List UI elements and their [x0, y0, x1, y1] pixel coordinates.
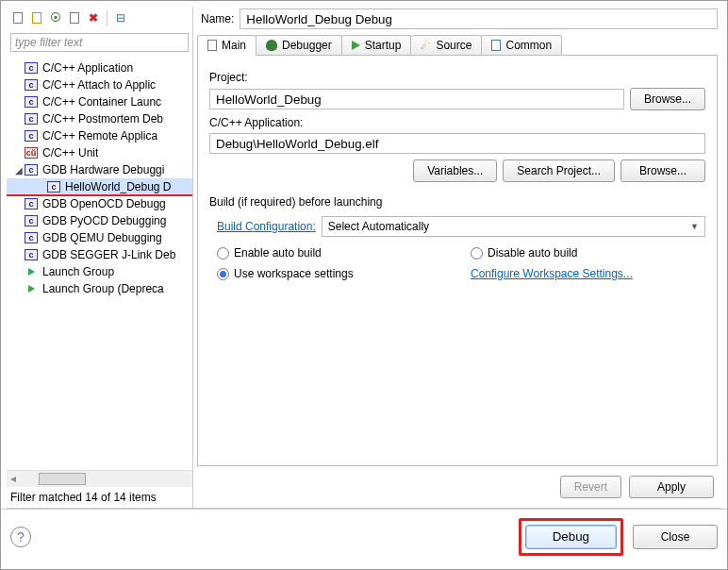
tree-item-selected[interactable]: cHelloWorld_Debug D [7, 178, 192, 195]
debug-button[interactable]: Debug [525, 525, 617, 549]
project-input[interactable] [209, 89, 624, 109]
project-label: Project: [209, 71, 705, 84]
tree-item[interactable]: cC/C++ Postmortem Deb [7, 110, 192, 127]
left-panel: ⦿ ✖ ⊟ type filter text cC/C++ Applicatio… [7, 7, 193, 509]
chevron-down-icon: ▼ [690, 222, 699, 231]
tree-item[interactable]: cGDB PyOCD Debugging [7, 212, 192, 229]
new-config-icon[interactable] [10, 10, 25, 25]
configure-workspace-link[interactable]: Configure Workspace Settings... [471, 267, 633, 280]
tab-source[interactable]: ☄Source [410, 35, 482, 55]
filter-status: Filter matched 14 of 14 items [7, 486, 192, 508]
tree-item[interactable]: cC/C++ Remote Applica [7, 127, 192, 144]
revert-button[interactable]: Revert [560, 476, 621, 498]
build-section-title: Build (if required) before launching [209, 195, 705, 209]
browse-project-button[interactable]: Browse... [630, 88, 705, 110]
tree-item[interactable]: Launch Group (Depreca [7, 280, 192, 297]
tree-item[interactable]: ◢cGDB Hardware Debuggi [7, 161, 192, 178]
variables-button[interactable]: Variables... [413, 159, 497, 182]
source-icon: ☄ [421, 39, 431, 52]
config-tree[interactable]: cC/C++ Application cC/C++ Attach to Appl… [7, 56, 192, 470]
export-icon[interactable]: ⦿ [48, 10, 63, 25]
tree-toolbar: ⦿ ✖ ⊟ [7, 7, 192, 29]
play-icon [352, 41, 360, 50]
collapse-icon[interactable]: ⊟ [113, 10, 128, 25]
tab-common[interactable]: Common [481, 35, 562, 55]
tree-item[interactable]: cGDB QEMU Debugging [7, 229, 192, 246]
name-input[interactable] [240, 8, 718, 29]
tab-main-body: Project: Browse... C/C++ Application: Va… [197, 56, 718, 466]
tab-main[interactable]: Main [197, 35, 256, 55]
doc-icon [207, 40, 217, 51]
tree-item[interactable]: cGDB OpenOCD Debugg [7, 195, 192, 212]
tree-item[interactable]: cC/C++ Application [7, 59, 192, 76]
app-label: C/C++ Application: [209, 116, 705, 129]
tree-item[interactable]: cGDB SEGGER J-Link Deb [7, 246, 192, 263]
name-label: Name: [201, 12, 234, 25]
right-panel: Name: Main Debugger Startup ☄Source Comm… [193, 7, 721, 509]
search-project-button[interactable]: Search Project... [503, 159, 615, 182]
apply-button[interactable]: Apply [629, 476, 714, 498]
bug-icon [266, 40, 277, 51]
help-icon[interactable]: ? [10, 527, 31, 547]
disable-auto-build-radio[interactable]: Disable auto build [471, 246, 705, 260]
tab-startup[interactable]: Startup [341, 35, 412, 55]
app-input[interactable] [209, 133, 705, 154]
tab-debugger[interactable]: Debugger [256, 35, 342, 55]
dialog-button-bar: ? Debug Close [1, 509, 727, 563]
horizontal-scrollbar[interactable]: ◂ [7, 470, 192, 486]
filter-input[interactable]: type filter text [10, 33, 189, 52]
close-button[interactable]: Close [633, 525, 718, 549]
delete-icon[interactable]: ✖ [86, 10, 101, 25]
use-workspace-radio[interactable]: Use workspace settings [217, 267, 452, 280]
enable-auto-build-radio[interactable]: Enable auto build [217, 246, 452, 260]
new-proto-icon[interactable] [29, 10, 44, 25]
tree-item[interactable]: cC/C++ Attach to Applic [7, 76, 192, 93]
tree-item[interactable]: cC/C++ Container Launc [7, 93, 192, 110]
tree-item[interactable]: cŭC/C++ Unit [7, 144, 192, 161]
config-tabs: Main Debugger Startup ☄Source Common [197, 35, 718, 56]
debug-highlight-box: Debug [519, 518, 623, 556]
duplicate-icon[interactable] [67, 10, 82, 25]
tree-item[interactable]: Launch Group [7, 263, 192, 280]
build-config-link[interactable]: Build Configuration: [217, 220, 316, 233]
doc-icon [491, 40, 501, 51]
build-config-dropdown[interactable]: Select Automatically▼ [322, 216, 705, 237]
browse-app-button[interactable]: Browse... [620, 159, 705, 182]
